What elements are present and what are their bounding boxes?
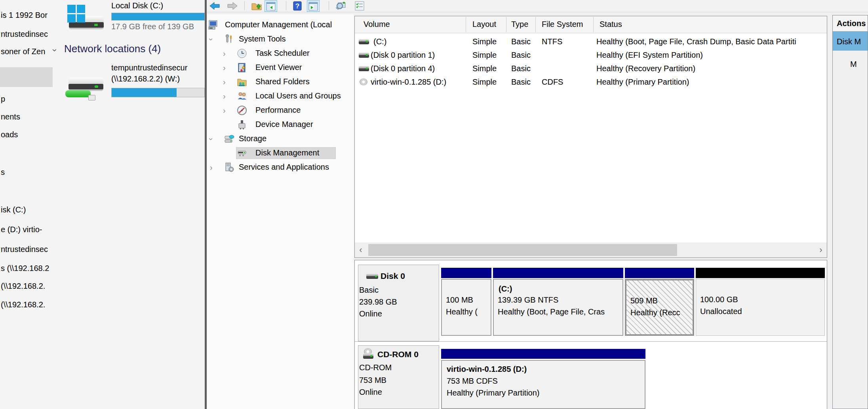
chevron-right-icon[interactable]: › <box>223 92 226 101</box>
column-separator[interactable] <box>593 17 594 32</box>
explorer-nav-item[interactable]: ntrustedinsec <box>1 245 48 254</box>
column-header-type[interactable]: Type <box>511 20 528 29</box>
toolbar-separator <box>286 1 286 10</box>
explorer-nav-item[interactable]: p <box>1 95 5 104</box>
actions-pane[interactable]: Actions Disk M M <box>832 15 868 409</box>
actions-more-label[interactable]: M <box>850 60 857 69</box>
console-tree[interactable]: Computer Management (Local›System Tools›… <box>207 14 354 409</box>
back-icon[interactable] <box>209 0 221 11</box>
partition-status: Unallocated <box>700 307 742 316</box>
network-drive-label-1[interactable]: tempuntrustedinsecur <box>111 63 187 72</box>
partition-body[interactable]: (C:)139.39 GB NTFSHealthy (Boot, Page Fi… <box>493 279 623 336</box>
column-separator[interactable] <box>535 17 536 32</box>
properties-icon[interactable] <box>354 0 365 11</box>
tree-item-device-manager[interactable]: Device Manager <box>207 117 354 132</box>
explorer-nav-item[interactable]: is 1 1992 Bor <box>1 11 48 20</box>
volume-row[interactable]: (C:)SimpleBasicNTFSHealthy (Boot, Page F… <box>355 35 827 49</box>
explorer-nav-item[interactable]: isk (C:) <box>1 205 26 214</box>
chevron-down-icon[interactable]: › <box>49 49 60 51</box>
shared-folder-icon <box>237 77 247 87</box>
explorer-nav-item[interactable]: (\\192.168.2. <box>1 300 45 309</box>
explorer-nav-pane[interactable]: is 1 1992 Borntrustedinsecsoner of Zenpn… <box>0 0 53 409</box>
clock-icon <box>237 48 247 59</box>
explorer-nav-item[interactable]: s (\\192.168.2 <box>1 264 49 273</box>
explorer-nav-selected-row[interactable] <box>0 67 53 87</box>
scroll-right-button[interactable]: › <box>815 242 827 258</box>
column-separator[interactable] <box>506 17 506 32</box>
network-locations-header[interactable]: Network locations (4) <box>64 43 161 55</box>
console-tree-toggle-icon[interactable] <box>265 0 277 12</box>
mmc-toolbar: ? <box>207 0 868 12</box>
up-folder-icon[interactable] <box>251 0 263 11</box>
drive-c-label[interactable]: Local Disk (C:) <box>111 1 163 10</box>
explorer-nav-item[interactable]: e (D:) virtio- <box>1 225 42 234</box>
svg-text:?: ? <box>295 2 299 10</box>
explorer-nav-item[interactable]: (\\192.168.2. <box>1 282 45 291</box>
actions-disk-management-item[interactable]: Disk M <box>833 32 868 51</box>
tree-item-task-scheduler[interactable]: ›Task Scheduler <box>207 46 354 61</box>
disk-mgmt-icon <box>237 148 247 158</box>
explorer-nav-item[interactable]: soner of Zen <box>1 47 45 56</box>
users-icon <box>237 91 247 101</box>
unallocated-body[interactable]: 100.00 GBUnallocated <box>696 279 825 336</box>
explorer-nav-item[interactable]: ntrustedinsec <box>1 30 48 39</box>
tree-item-computer-management-local[interactable]: Computer Management (Local <box>207 18 354 32</box>
column-separator[interactable] <box>466 17 466 32</box>
partition-body[interactable]: 100 MBHealthy ( <box>441 279 491 336</box>
forward-icon[interactable] <box>227 0 238 11</box>
chevron-right-icon[interactable]: › <box>223 106 226 115</box>
status-cell: Healthy (Recovery Partition) <box>596 64 695 73</box>
action-pane-toggle-icon[interactable] <box>307 0 320 12</box>
tree-item-event-viewer[interactable]: ›Event Viewer <box>207 61 354 75</box>
explorer-nav-item[interactable]: nents <box>1 112 20 121</box>
tree-item-shared-folders[interactable]: ›Shared Folders <box>207 75 354 89</box>
tree-item-performance[interactable]: ›Performance <box>207 103 354 117</box>
chevron-right-icon[interactable]: › <box>223 63 226 72</box>
unallocated-strip <box>696 268 825 278</box>
explorer-nav-item[interactable]: s <box>1 168 5 177</box>
tree-item-services-and-applications[interactable]: ›Services and Applications <box>207 160 354 174</box>
type-cell: Basic <box>511 37 531 46</box>
type-cell: Basic <box>511 78 531 87</box>
actions-disk-management-label: Disk M <box>837 37 861 46</box>
scrollbar-thumb[interactable] <box>368 244 677 256</box>
volume-row[interactable]: (Disk 0 partition 1)SimpleBasicHealthy (… <box>355 49 827 62</box>
partition-body[interactable]: 509 MBHealthy (Recc <box>625 279 694 336</box>
chevron-down-icon[interactable]: › <box>207 138 216 140</box>
fs-cell: NTFS <box>542 37 562 46</box>
tree-item-label: Local Users and Groups <box>255 91 341 100</box>
tree-item-system-tools[interactable]: ›System Tools <box>207 32 354 46</box>
tree-item-disk-management[interactable]: Disk Management <box>207 146 354 160</box>
column-header-file-system[interactable]: File System <box>542 20 583 29</box>
disk-graphical-pane[interactable]: Disk 0 Basic 239.98 GB Online 100 MBHeal… <box>354 260 827 409</box>
volume-row[interactable]: virtio-win-0.1.285 (D:)SimpleBasicCDFSHe… <box>355 76 827 89</box>
partition-size: 509 MB <box>630 296 658 305</box>
cdrom-partition-body[interactable]: virtio-win-0.1.285 (D:) 753 MB CDFS Heal… <box>441 360 645 409</box>
chevron-right-icon[interactable]: › <box>210 163 213 172</box>
tree-item-storage[interactable]: ›Storage <box>207 132 354 146</box>
layout-cell: Simple <box>472 64 497 73</box>
chevron-right-icon[interactable]: › <box>223 78 226 87</box>
help-icon[interactable]: ? <box>291 0 303 11</box>
export-icon[interactable] <box>335 0 346 11</box>
scroll-left-button[interactable]: ‹ <box>355 242 367 258</box>
volume-list-pane[interactable]: VolumeLayoutTypeFile SystemStatus (C:)Si… <box>354 16 827 258</box>
layout-cell: Simple <box>472 51 497 60</box>
tree-item-local-users-and-groups[interactable]: ›Local Users and Groups <box>207 89 354 103</box>
volume-cell: (Disk 0 partition 1) <box>371 51 435 60</box>
disk0-label-cell[interactable]: Disk 0 Basic 239.98 GB Online <box>358 265 439 341</box>
column-header-status[interactable]: Status <box>600 20 622 29</box>
horizontal-scrollbar[interactable]: ‹ › <box>355 242 827 258</box>
status-cell: Healthy (Boot, Page File, Crash Dump, Ba… <box>596 37 796 46</box>
disk0-size: 239.98 GB <box>359 297 397 307</box>
layout-cell: Simple <box>472 37 497 46</box>
cdrom-partition-strip <box>441 349 645 359</box>
cdrom0-label-cell[interactable]: CD-ROM 0 CD-ROM 753 MB Online <box>358 345 439 409</box>
chevron-right-icon[interactable]: › <box>223 49 226 58</box>
explorer-nav-item[interactable]: oads <box>1 130 18 139</box>
column-header-volume[interactable]: Volume <box>364 20 390 29</box>
chevron-down-icon[interactable]: › <box>207 38 216 41</box>
volume-row[interactable]: (Disk 0 partition 4)SimpleBasicHealthy (… <box>355 62 827 76</box>
volume-list-header[interactable]: VolumeLayoutTypeFile SystemStatus <box>355 16 827 33</box>
column-header-layout[interactable]: Layout <box>472 20 496 29</box>
